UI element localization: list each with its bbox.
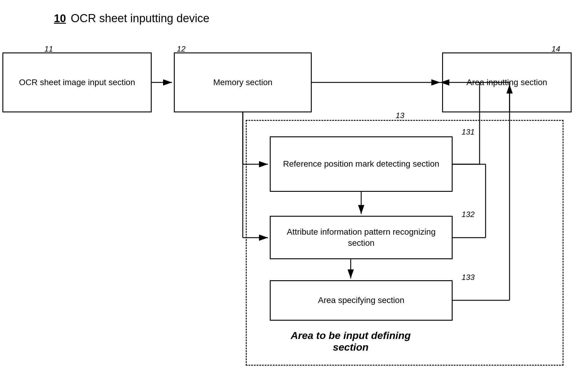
- area-spec-box: Area specifying section: [270, 280, 453, 321]
- diagram-container: 10 OCR sheet inputting device 11 OCR she…: [0, 0, 580, 392]
- dashed-group-label: Area to be input defining section: [276, 330, 426, 353]
- area-input-box: Area inputting section: [442, 52, 572, 112]
- memory-box: Memory section: [174, 52, 312, 112]
- ref-pos-box: Reference position mark detecting sectio…: [270, 136, 453, 192]
- title-number: 10: [54, 12, 66, 25]
- ref-132: 132: [462, 210, 474, 219]
- ref-13: 13: [396, 111, 404, 120]
- ref-131: 131: [462, 127, 474, 137]
- ocr-sheet-input-box: OCR sheet image input section: [2, 52, 152, 112]
- title-text: OCR sheet inputting device: [71, 12, 210, 25]
- ref-133: 133: [462, 273, 474, 282]
- attr-info-box: Attribute information pattern recognizin…: [270, 216, 453, 259]
- title-area: 10 OCR sheet inputting device: [54, 12, 210, 25]
